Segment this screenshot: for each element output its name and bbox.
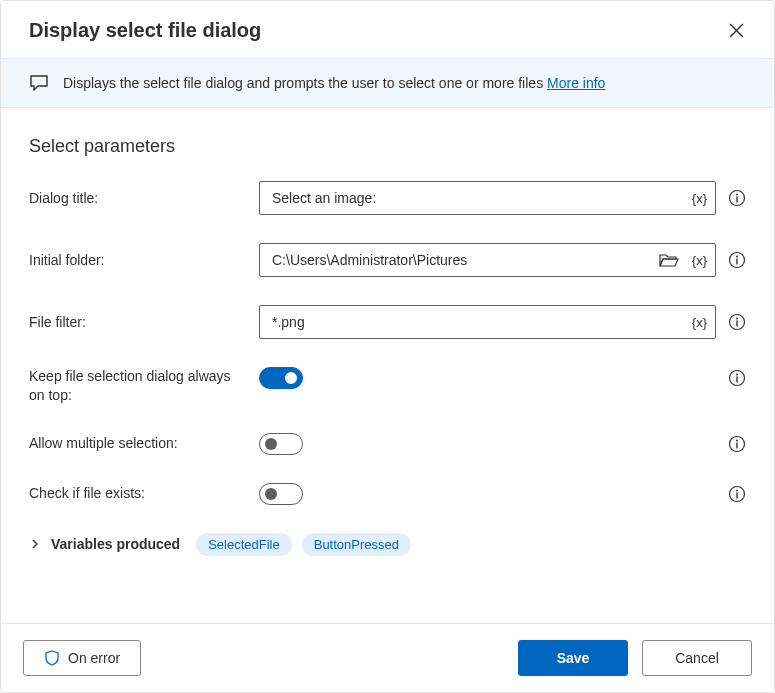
variable-chip[interactable]: SelectedFile: [196, 533, 292, 556]
browse-folder-button[interactable]: [659, 252, 679, 268]
banner-text-span: Displays the select file dialog and prom…: [63, 75, 547, 91]
close-button[interactable]: [725, 19, 748, 42]
keep-on-top-label: Keep file selection dialog always on top…: [29, 367, 259, 405]
info-icon: [728, 485, 746, 503]
dialog-title-input-wrap[interactable]: {x}: [259, 181, 716, 215]
dialog-title-input[interactable]: [270, 182, 679, 214]
info-icon: [728, 313, 746, 331]
variables-produced-row: Variables produced SelectedFile ButtonPr…: [29, 533, 746, 556]
variables-expand-button[interactable]: [29, 538, 41, 550]
svg-rect-2: [736, 197, 737, 203]
variable-chip[interactable]: ButtonPressed: [302, 533, 411, 556]
toggle-knob: [265, 438, 277, 450]
help-button[interactable]: [728, 435, 746, 453]
help-button[interactable]: [728, 313, 746, 331]
content-area: Select parameters Dialog title: {x} Init…: [1, 108, 774, 623]
variable-picker-icon[interactable]: {x}: [692, 191, 707, 206]
allow-multiple-label: Allow multiple selection:: [29, 434, 259, 453]
check-exists-label: Check if file exists:: [29, 484, 259, 503]
dialog-root: Display select file dialog Displays the …: [0, 0, 775, 693]
svg-point-10: [736, 373, 738, 375]
allow-multiple-toggle[interactable]: [259, 433, 303, 455]
svg-point-16: [736, 489, 738, 491]
footer-right: Save Cancel: [518, 640, 752, 676]
info-icon: [728, 251, 746, 269]
folder-open-icon: [659, 252, 679, 268]
close-icon: [729, 23, 744, 38]
info-icon: [728, 435, 746, 453]
cancel-label: Cancel: [675, 650, 719, 666]
variable-picker-icon[interactable]: {x}: [692, 315, 707, 330]
svg-point-1: [736, 193, 738, 195]
keep-on-top-toggle[interactable]: [259, 367, 303, 389]
help-button[interactable]: [728, 485, 746, 503]
check-exists-toggle[interactable]: [259, 483, 303, 505]
initial-folder-label: Initial folder:: [29, 251, 259, 270]
svg-rect-17: [736, 492, 737, 498]
dialog-title: Display select file dialog: [29, 19, 261, 42]
row-file-filter: File filter: {x}: [29, 305, 746, 339]
row-dialog-title: Dialog title: {x}: [29, 181, 746, 215]
svg-point-4: [736, 255, 738, 257]
variables-produced-label[interactable]: Variables produced: [51, 536, 180, 552]
svg-point-7: [736, 317, 738, 319]
svg-rect-5: [736, 259, 737, 265]
row-check-exists: Check if file exists:: [29, 483, 746, 505]
info-banner: Displays the select file dialog and prom…: [1, 58, 774, 108]
help-button[interactable]: [728, 251, 746, 269]
toggle-knob: [285, 372, 297, 384]
initial-folder-input-wrap[interactable]: {x}: [259, 243, 716, 277]
initial-folder-input[interactable]: [270, 244, 651, 276]
row-initial-folder: Initial folder: {x}: [29, 243, 746, 277]
toggle-knob: [265, 488, 277, 500]
help-button[interactable]: [728, 369, 746, 387]
help-button[interactable]: [728, 189, 746, 207]
cancel-button[interactable]: Cancel: [642, 640, 752, 676]
file-filter-label: File filter:: [29, 313, 259, 332]
dialog-title-label: Dialog title:: [29, 189, 259, 208]
svg-point-13: [736, 439, 738, 441]
save-button[interactable]: Save: [518, 640, 628, 676]
dialog-header: Display select file dialog: [1, 1, 774, 58]
info-icon: [728, 369, 746, 387]
svg-rect-11: [736, 377, 737, 383]
shield-icon: [44, 650, 60, 666]
file-filter-input-wrap[interactable]: {x}: [259, 305, 716, 339]
comment-icon: [29, 73, 49, 93]
svg-rect-8: [736, 321, 737, 327]
more-info-link[interactable]: More info: [547, 75, 605, 91]
on-error-label: On error: [68, 650, 120, 666]
info-icon: [728, 189, 746, 207]
variable-picker-icon[interactable]: {x}: [692, 253, 707, 268]
banner-text: Displays the select file dialog and prom…: [63, 75, 605, 91]
file-filter-input[interactable]: [270, 306, 679, 338]
chevron-right-icon: [29, 538, 41, 550]
section-title: Select parameters: [29, 136, 746, 157]
on-error-button[interactable]: On error: [23, 640, 141, 676]
save-label: Save: [557, 650, 590, 666]
row-keep-on-top: Keep file selection dialog always on top…: [29, 367, 746, 405]
svg-rect-14: [736, 442, 737, 448]
dialog-footer: On error Save Cancel: [1, 623, 774, 692]
row-allow-multiple: Allow multiple selection:: [29, 433, 746, 455]
